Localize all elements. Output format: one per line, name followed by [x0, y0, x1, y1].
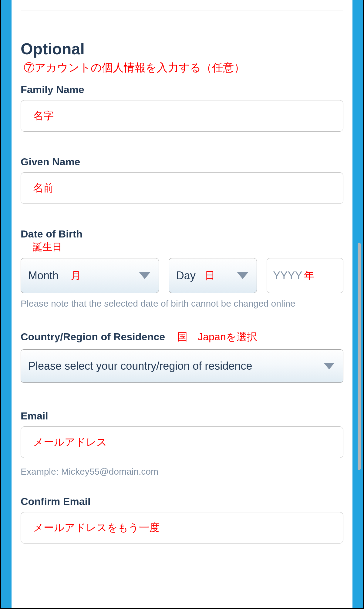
confirm-email-hint: メールアドレスをもう一度: [33, 521, 160, 535]
given-name-field: Given Name 名前: [21, 156, 343, 204]
email-label: Email: [21, 410, 343, 422]
month-hint: 月: [71, 269, 81, 283]
section-annotation: ⑦アカウントの個人情報を入力する（任意）: [24, 60, 343, 75]
confirm-email-input[interactable]: メールアドレスをもう一度: [21, 512, 343, 543]
family-name-field: Family Name 名字: [21, 84, 343, 132]
year-hint: 年: [304, 269, 314, 283]
divider: [21, 11, 343, 11]
scrollbar[interactable]: [358, 243, 361, 470]
country-annotation: 国 Japanを選択: [177, 330, 257, 344]
year-placeholder: YYYY: [273, 269, 302, 282]
family-name-input[interactable]: 名字: [21, 100, 343, 132]
dob-field: Date of Birth 誕生日 Month 月 Day 日 YYYY 年: [21, 228, 343, 293]
month-select[interactable]: Month 月: [21, 258, 159, 293]
dob-helper: Please note that the selected date of bi…: [21, 298, 343, 309]
country-select[interactable]: Please select your country/region of res…: [21, 349, 343, 383]
family-name-hint: 名字: [33, 109, 54, 123]
given-name-input[interactable]: 名前: [21, 172, 343, 204]
dob-label: Date of Birth: [21, 228, 343, 240]
given-name-hint: 名前: [33, 181, 54, 195]
email-helper: Example: Mickey55@domain.com: [21, 466, 343, 477]
confirm-email-field: Confirm Email メールアドレスをもう一度: [21, 496, 343, 543]
year-input[interactable]: YYYY 年: [267, 258, 343, 293]
dob-annotation: 誕生日: [33, 241, 343, 254]
section-title: Optional: [21, 40, 343, 58]
family-name-label: Family Name: [21, 84, 343, 96]
country-label: Country/Region of Residence: [21, 331, 165, 343]
email-input[interactable]: メールアドレス: [21, 426, 343, 458]
day-select[interactable]: Day 日: [169, 258, 257, 293]
day-placeholder: Day: [176, 269, 196, 282]
email-field: Email メールアドレス: [21, 410, 343, 458]
confirm-email-label: Confirm Email: [21, 496, 343, 507]
country-label-row: Country/Region of Residence 国 Japanを選択: [21, 330, 343, 344]
day-hint: 日: [205, 269, 215, 283]
chevron-down-icon: [237, 272, 248, 279]
chevron-down-icon: [324, 363, 335, 369]
email-hint: メールアドレス: [33, 435, 107, 449]
country-placeholder: Please select your country/region of res…: [28, 360, 252, 372]
chevron-down-icon: [139, 272, 150, 279]
month-placeholder: Month: [28, 269, 59, 282]
given-name-label: Given Name: [21, 156, 343, 168]
